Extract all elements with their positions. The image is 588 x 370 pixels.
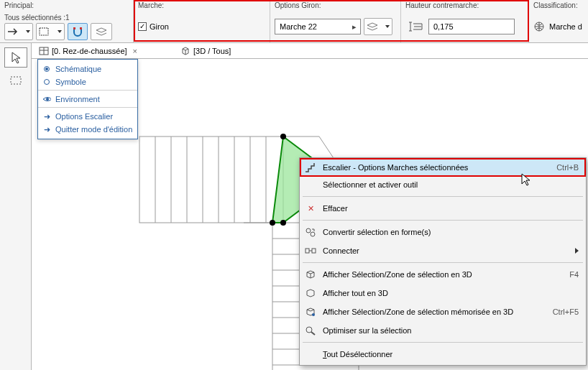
radio-off-icon bbox=[44, 79, 50, 85]
giron-row: Marche 22 ▸ bbox=[275, 14, 396, 40]
view-mode-menu: Schématique Symbole Environment ➜ Option… bbox=[37, 59, 138, 139]
svg-rect-1 bbox=[73, 27, 75, 29]
svg-rect-34 bbox=[306, 249, 309, 253]
tool-magnet[interactable] bbox=[68, 23, 88, 40]
label-hauteur: Hauteur contremarche: bbox=[405, 1, 524, 9]
mem3d-icon bbox=[304, 305, 317, 318]
connect-icon bbox=[304, 244, 317, 257]
context-menu: Escalier - Options Marches sélectionnées… bbox=[299, 157, 587, 366]
view3d-icon bbox=[304, 268, 317, 281]
optimize-icon bbox=[304, 324, 317, 337]
giron-layers-dropdown[interactable] bbox=[364, 18, 392, 35]
svg-point-28 bbox=[280, 134, 286, 139]
section-hauteur: Hauteur contremarche: 0,175 bbox=[401, 0, 529, 42]
menu-environment[interactable]: Environment bbox=[38, 93, 137, 108]
svg-point-38 bbox=[306, 327, 312, 333]
section-classification: Classification: Marche d bbox=[529, 0, 588, 42]
svg-rect-4 bbox=[11, 77, 21, 84]
cube-icon bbox=[180, 46, 190, 56]
globe-icon bbox=[533, 21, 546, 32]
submenu-arrow-icon bbox=[575, 248, 579, 254]
toolbar: Principal: Tous sélectionnés :1 Marche: … bbox=[0, 0, 588, 43]
tool-layers[interactable] bbox=[91, 23, 112, 40]
principal-buttons bbox=[4, 23, 129, 40]
input-hauteur-value: 0,175 bbox=[433, 22, 454, 31]
label-options-giron: Options Giron: bbox=[275, 1, 396, 9]
combo-giron[interactable]: Marche 22 ▸ bbox=[275, 19, 361, 34]
hauteur-icon bbox=[405, 18, 426, 35]
checkbox-giron-label: Giron bbox=[150, 22, 169, 31]
arrow-right-icon: ➜ bbox=[42, 112, 51, 121]
tool-pointer[interactable] bbox=[4, 47, 27, 68]
hauteur-row: 0,175 bbox=[405, 14, 524, 40]
checkbox-giron[interactable] bbox=[138, 22, 147, 31]
menu-schematique[interactable]: Schématique bbox=[38, 63, 137, 75]
tab-plan[interactable]: [0. Rez-de-chaussée] × bbox=[35, 45, 142, 57]
ctx-escalier-options[interactable]: Escalier - Options Marches sélectionnées… bbox=[300, 158, 586, 177]
x-icon: ✕ bbox=[304, 202, 317, 215]
label-selected-count: Tous sélectionnés :1 bbox=[4, 14, 129, 22]
svg-rect-0 bbox=[40, 28, 48, 35]
tab-bar: [0. Rez-de-chaussée] × [3D / Tous] bbox=[32, 43, 588, 59]
svg-point-37 bbox=[312, 313, 315, 316]
menu-quitter[interactable]: ➜ Quitter mode d'édition bbox=[38, 123, 137, 136]
menu-options-escalier[interactable]: ➜ Options Escalier bbox=[38, 110, 137, 123]
svg-line-39 bbox=[311, 332, 315, 335]
tab-plan-label: [0. Rez-de-chaussée] bbox=[52, 47, 127, 55]
svg-point-6 bbox=[46, 98, 49, 101]
arrow-right-icon: ➜ bbox=[42, 125, 51, 134]
stair-icon bbox=[304, 161, 317, 174]
label-classification: Classification: bbox=[533, 1, 584, 9]
tab-3d[interactable]: [3D / Tous] bbox=[176, 45, 235, 57]
tool-marquee-2[interactable] bbox=[4, 70, 27, 91]
ctx-select-activate[interactable]: Sélectionner et activer outil bbox=[301, 175, 584, 194]
svg-point-31 bbox=[270, 220, 275, 226]
svg-point-33 bbox=[311, 232, 315, 236]
ctx-deselect[interactable]: Tout Désélectionner bbox=[301, 345, 584, 364]
ctx-afficher-tout-3d[interactable]: Afficher tout en 3D bbox=[301, 284, 584, 302]
tab-3d-label: [3D / Tous] bbox=[193, 47, 231, 55]
ctx-effacer[interactable]: ✕ Effacer bbox=[301, 199, 584, 218]
combo-giron-value: Marche 22 bbox=[275, 22, 349, 31]
section-marche: Marche: Giron bbox=[134, 0, 270, 42]
ctx-connecter[interactable]: Connecter bbox=[301, 241, 584, 260]
triangle-right-icon: ▸ bbox=[349, 22, 360, 32]
classification-row: Marche d bbox=[533, 14, 584, 40]
radio-on-icon bbox=[44, 66, 50, 72]
svg-point-32 bbox=[306, 228, 311, 233]
section-options-giron: Options Giron: Marche 22 ▸ bbox=[270, 0, 401, 42]
tool-arrow-dropdown[interactable] bbox=[4, 23, 33, 40]
menu-symbole[interactable]: Symbole bbox=[38, 75, 137, 91]
convert-icon bbox=[304, 226, 317, 239]
tab-plan-close[interactable]: × bbox=[133, 47, 137, 55]
label-principal: Principal: bbox=[4, 1, 129, 9]
marche-row: Giron bbox=[138, 14, 265, 40]
eye-icon bbox=[42, 95, 51, 103]
svg-rect-7 bbox=[139, 137, 283, 223]
ctx-convertir[interactable]: Convertir sélection en forme(s) bbox=[301, 223, 584, 241]
section-principal: Principal: Tous sélectionnés :1 bbox=[0, 0, 134, 42]
input-hauteur[interactable]: 0,175 bbox=[428, 19, 515, 34]
svg-rect-35 bbox=[312, 249, 316, 253]
ctx-afficher-3d[interactable]: Afficher Sélection/Zone de sélection en … bbox=[301, 265, 584, 284]
separator bbox=[303, 262, 583, 263]
separator bbox=[303, 220, 583, 221]
separator bbox=[303, 196, 583, 197]
label-marche: Marche: bbox=[138, 1, 265, 9]
separator bbox=[303, 342, 583, 343]
classification-value: Marche d bbox=[549, 22, 582, 31]
svg-point-30 bbox=[280, 220, 286, 226]
all3d-icon bbox=[304, 287, 317, 300]
ctx-afficher-mem-3d[interactable]: Afficher Sélection/Zone de sélection mém… bbox=[301, 302, 584, 321]
svg-rect-2 bbox=[80, 27, 82, 29]
left-toolbox bbox=[0, 43, 32, 370]
plan-icon bbox=[39, 47, 49, 55]
ctx-optimiser[interactable]: Optimiser sur la sélection bbox=[301, 321, 584, 340]
tool-marquee-dropdown[interactable] bbox=[36, 23, 65, 40]
